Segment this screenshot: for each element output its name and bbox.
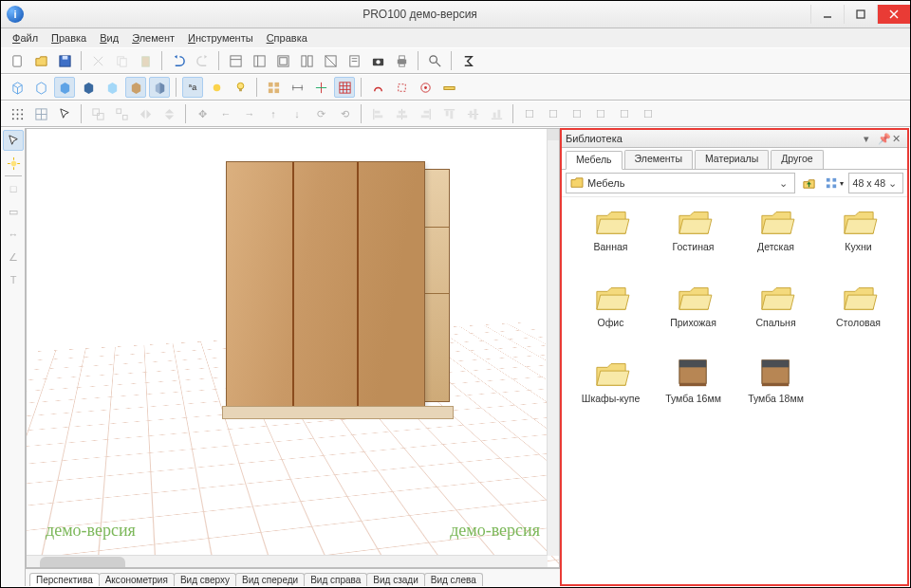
extra-f-icon[interactable]: ☐ — [638, 103, 659, 124]
move-tool[interactable]: ✥ — [192, 103, 213, 124]
text-tool[interactable]: T — [3, 269, 24, 290]
panel-d-button[interactable] — [296, 50, 317, 71]
sum-button[interactable] — [457, 50, 478, 71]
extra-c-icon[interactable]: ☐ — [567, 103, 587, 124]
multi-icon[interactable] — [263, 77, 284, 98]
rotate-icon[interactable]: ⟳ — [310, 103, 331, 124]
align-top-icon[interactable] — [438, 103, 459, 124]
outline-icon[interactable] — [30, 77, 51, 98]
horizontal-scrollbar[interactable] — [27, 555, 548, 567]
rotate-ccw-icon[interactable]: ⟲ — [334, 103, 355, 124]
minimize-button[interactable] — [810, 5, 844, 24]
path-combo[interactable]: Мебель ⌄ — [566, 173, 795, 193]
library-item[interactable]: Шкафы-купе — [571, 357, 650, 429]
bulb-icon[interactable] — [230, 77, 251, 98]
new-button[interactable] — [7, 50, 28, 71]
solid-icon[interactable] — [54, 77, 75, 98]
print-button[interactable] — [391, 50, 412, 71]
library-item[interactable]: Кухни — [819, 205, 898, 277]
align-center-icon[interactable] — [391, 103, 412, 124]
library-item[interactable]: Столовая — [819, 281, 898, 353]
arrow-up-icon[interactable]: ↑ — [263, 103, 284, 124]
box-tool[interactable]: ▭ — [3, 201, 24, 222]
wireframe-icon[interactable] — [7, 77, 28, 98]
align-left-icon[interactable] — [367, 103, 388, 124]
viewtab-perspective[interactable]: Перспектива — [29, 573, 100, 586]
library-item[interactable]: Ванная — [571, 205, 650, 277]
textured-icon[interactable] — [125, 77, 146, 98]
copy-button[interactable] — [111, 50, 132, 71]
grid-icon[interactable] — [334, 77, 355, 98]
up-folder-button[interactable] — [799, 173, 820, 193]
paste-button[interactable] — [135, 50, 156, 71]
viewtab-right[interactable]: Вид справа — [304, 573, 367, 586]
viewtab-back[interactable]: Вид сзади — [366, 573, 424, 586]
library-item[interactable]: Спальня — [736, 281, 815, 353]
panel-b-button[interactable] — [249, 50, 270, 71]
snap-c-icon[interactable] — [415, 77, 436, 98]
dark-icon[interactable] — [78, 77, 99, 98]
view-mode-button[interactable]: ▾ — [824, 173, 845, 193]
shaded-icon[interactable] — [149, 77, 170, 98]
rect-tool[interactable]: □ — [3, 178, 24, 199]
labels-icon[interactable]: ªа — [182, 77, 203, 98]
translucent-icon[interactable] — [102, 77, 122, 98]
wardrobe-model[interactable] — [226, 161, 425, 408]
snap-points-icon[interactable] — [7, 103, 28, 124]
menu-edit[interactable]: Правка — [46, 30, 92, 46]
flip-h-icon[interactable] — [135, 103, 156, 124]
align-right-icon[interactable] — [415, 103, 436, 124]
arrow-left-icon[interactable]: ← — [215, 103, 236, 124]
libtab-elements[interactable]: Элементы — [624, 150, 693, 169]
dropdown-icon[interactable]: ▾ — [864, 133, 875, 144]
close-panel-icon[interactable]: ✕ — [892, 133, 903, 144]
library-item[interactable]: Тумба 16мм — [654, 357, 733, 429]
maximize-button[interactable] — [844, 5, 877, 24]
arrow-down-icon[interactable]: ↓ — [287, 103, 307, 124]
libtab-furniture[interactable]: Мебель — [566, 151, 623, 170]
snap-grid-icon[interactable] — [30, 103, 51, 124]
dims-icon[interactable] — [287, 77, 307, 98]
menu-tools[interactable]: Инструменты — [182, 30, 259, 46]
zoom-button[interactable] — [424, 50, 445, 71]
menu-view[interactable]: Вид — [94, 30, 124, 46]
panel-a-button[interactable] — [225, 50, 246, 71]
ungroup-icon[interactable] — [111, 103, 132, 124]
extra-d-icon[interactable]: ☐ — [590, 103, 611, 124]
libtab-materials[interactable]: Материалы — [695, 150, 769, 169]
axis-icon[interactable] — [310, 77, 331, 98]
panel-c-button[interactable] — [272, 50, 293, 71]
library-item[interactable]: Офис — [571, 281, 650, 353]
viewtab-top[interactable]: Вид сверху — [174, 573, 236, 586]
undo-button[interactable] — [168, 50, 189, 71]
extra-e-icon[interactable]: ☐ — [614, 103, 635, 124]
pin-icon[interactable]: 📌 — [878, 133, 889, 144]
viewport[interactable]: демо-версия демо-версия — [26, 128, 560, 568]
library-item[interactable]: Прихожая — [654, 281, 733, 353]
viewtab-front[interactable]: Вид спереди — [235, 573, 305, 586]
arrow-right-icon[interactable]: → — [239, 103, 260, 124]
close-button[interactable] — [877, 5, 910, 24]
highlight-icon[interactable] — [206, 77, 227, 98]
library-item[interactable]: Гостиная — [654, 205, 733, 277]
libtab-other[interactable]: Другое — [771, 150, 823, 169]
menu-element[interactable]: Элемент — [126, 30, 180, 46]
flip-v-icon[interactable] — [158, 103, 179, 124]
panel-e-button[interactable] — [320, 50, 341, 71]
camera-button[interactable] — [367, 50, 388, 71]
vertical-scrollbar[interactable] — [547, 129, 559, 556]
group-icon[interactable] — [87, 103, 108, 124]
thumb-size-select[interactable]: 48 x 48 ⌄ — [848, 173, 903, 193]
redo-button[interactable] — [192, 50, 213, 71]
snap-a-icon[interactable] — [367, 77, 388, 98]
viewtab-axonometry[interactable]: Аксонометрия — [99, 573, 175, 586]
library-item[interactable]: Детская — [736, 205, 815, 277]
align-bottom-icon[interactable] — [486, 103, 507, 124]
angle-tool[interactable]: ∠ — [3, 247, 24, 267]
open-button[interactable] — [30, 50, 51, 71]
library-item[interactable]: Тумба 18мм — [736, 357, 815, 429]
light-tool[interactable] — [3, 153, 24, 174]
report-button[interactable] — [344, 50, 364, 71]
snap-b-icon[interactable] — [391, 77, 412, 98]
cursor-tool[interactable] — [3, 130, 24, 151]
